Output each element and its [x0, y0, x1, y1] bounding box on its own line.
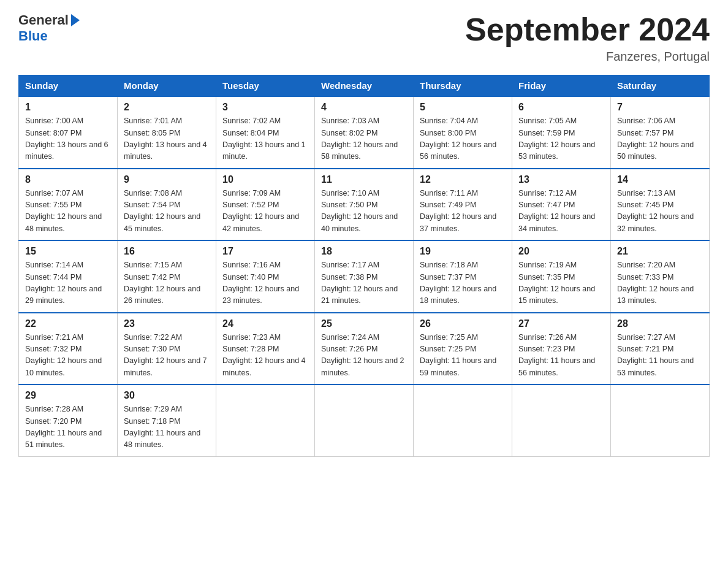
table-row: 4 Sunrise: 7:03 AMSunset: 8:02 PMDayligh…	[315, 96, 414, 169]
day-info: Sunrise: 7:05 AMSunset: 7:59 PMDaylight:…	[518, 117, 595, 161]
day-number: 18	[321, 246, 407, 257]
table-row: 6 Sunrise: 7:05 AMSunset: 7:59 PMDayligh…	[512, 96, 611, 169]
day-info: Sunrise: 7:28 AMSunset: 7:20 PMDaylight:…	[25, 405, 102, 449]
logo-blue-text: Blue	[18, 28, 48, 44]
day-number: 24	[222, 318, 308, 329]
day-info: Sunrise: 7:22 AMSunset: 7:30 PMDaylight:…	[124, 333, 207, 377]
table-row: 1 Sunrise: 7:00 AMSunset: 8:07 PMDayligh…	[19, 96, 118, 169]
table-row: 22 Sunrise: 7:21 AMSunset: 7:32 PMDaylig…	[19, 313, 118, 385]
table-row: 29 Sunrise: 7:28 AMSunset: 7:20 PMDaylig…	[19, 385, 118, 456]
table-row	[216, 385, 315, 456]
day-info: Sunrise: 7:10 AMSunset: 7:50 PMDaylight:…	[321, 189, 398, 233]
table-row	[611, 385, 710, 456]
day-number: 6	[518, 102, 604, 113]
table-row: 26 Sunrise: 7:25 AMSunset: 7:25 PMDaylig…	[414, 313, 512, 385]
table-row: 14 Sunrise: 7:13 AMSunset: 7:45 PMDaylig…	[611, 169, 710, 241]
day-info: Sunrise: 7:13 AMSunset: 7:45 PMDaylight:…	[617, 189, 694, 233]
day-number: 14	[617, 174, 703, 185]
day-number: 11	[321, 174, 407, 185]
table-row: 2 Sunrise: 7:01 AMSunset: 8:05 PMDayligh…	[118, 96, 216, 169]
logo-general-text: General	[18, 12, 69, 28]
col-sunday: Sunday	[19, 75, 118, 97]
day-number: 3	[222, 102, 308, 113]
title-block: September 2024 Fanzeres, Portugal	[465, 12, 710, 64]
day-number: 12	[420, 174, 506, 185]
logo-top: General	[18, 12, 81, 28]
day-number: 28	[617, 318, 703, 329]
day-info: Sunrise: 7:14 AMSunset: 7:44 PMDaylight:…	[25, 261, 102, 305]
table-row: 18 Sunrise: 7:17 AMSunset: 7:38 PMDaylig…	[315, 240, 414, 313]
day-info: Sunrise: 7:01 AMSunset: 8:05 PMDaylight:…	[124, 117, 207, 161]
calendar-week-row: 15 Sunrise: 7:14 AMSunset: 7:44 PMDaylig…	[19, 240, 710, 313]
col-saturday: Saturday	[611, 75, 710, 97]
table-row: 12 Sunrise: 7:11 AMSunset: 7:49 PMDaylig…	[414, 169, 512, 241]
day-info: Sunrise: 7:00 AMSunset: 8:07 PMDaylight:…	[25, 117, 108, 161]
calendar-header-row: Sunday Monday Tuesday Wednesday Thursday…	[19, 75, 710, 97]
day-info: Sunrise: 7:11 AMSunset: 7:49 PMDaylight:…	[420, 189, 496, 233]
col-monday: Monday	[118, 75, 216, 97]
col-tuesday: Tuesday	[216, 75, 315, 97]
table-row: 30 Sunrise: 7:29 AMSunset: 7:18 PMDaylig…	[118, 385, 216, 456]
calendar-week-row: 8 Sunrise: 7:07 AMSunset: 7:55 PMDayligh…	[19, 169, 710, 241]
day-number: 19	[420, 246, 506, 257]
table-row: 21 Sunrise: 7:20 AMSunset: 7:33 PMDaylig…	[611, 240, 710, 313]
day-number: 9	[124, 174, 210, 185]
day-info: Sunrise: 7:09 AMSunset: 7:52 PMDaylight:…	[222, 189, 299, 233]
day-info: Sunrise: 7:03 AMSunset: 8:02 PMDaylight:…	[321, 117, 398, 161]
day-info: Sunrise: 7:27 AMSunset: 7:21 PMDaylight:…	[617, 333, 694, 377]
day-info: Sunrise: 7:23 AMSunset: 7:28 PMDaylight:…	[222, 333, 306, 377]
table-row: 7 Sunrise: 7:06 AMSunset: 7:57 PMDayligh…	[611, 96, 710, 169]
logo: General Blue	[18, 12, 81, 44]
calendar-week-row: 29 Sunrise: 7:28 AMSunset: 7:20 PMDaylig…	[19, 385, 710, 456]
table-row: 20 Sunrise: 7:19 AMSunset: 7:35 PMDaylig…	[512, 240, 611, 313]
day-number: 21	[617, 246, 703, 257]
day-info: Sunrise: 7:02 AMSunset: 8:04 PMDaylight:…	[222, 117, 306, 161]
day-info: Sunrise: 7:06 AMSunset: 7:57 PMDaylight:…	[617, 117, 694, 161]
day-info: Sunrise: 7:08 AMSunset: 7:54 PMDaylight:…	[124, 189, 200, 233]
day-number: 1	[25, 102, 111, 113]
day-number: 16	[124, 246, 210, 257]
day-number: 2	[124, 102, 210, 113]
day-info: Sunrise: 7:18 AMSunset: 7:37 PMDaylight:…	[420, 261, 496, 305]
table-row: 10 Sunrise: 7:09 AMSunset: 7:52 PMDaylig…	[216, 169, 315, 241]
location-subtitle: Fanzeres, Portugal	[465, 50, 710, 64]
table-row	[414, 385, 512, 456]
table-row: 5 Sunrise: 7:04 AMSunset: 8:00 PMDayligh…	[414, 96, 512, 169]
day-number: 20	[518, 246, 604, 257]
table-row: 13 Sunrise: 7:12 AMSunset: 7:47 PMDaylig…	[512, 169, 611, 241]
table-row: 27 Sunrise: 7:26 AMSunset: 7:23 PMDaylig…	[512, 313, 611, 385]
day-info: Sunrise: 7:24 AMSunset: 7:26 PMDaylight:…	[321, 333, 404, 377]
day-info: Sunrise: 7:19 AMSunset: 7:35 PMDaylight:…	[518, 261, 595, 305]
day-number: 29	[25, 390, 111, 401]
day-info: Sunrise: 7:04 AMSunset: 8:00 PMDaylight:…	[420, 117, 496, 161]
day-info: Sunrise: 7:12 AMSunset: 7:47 PMDaylight:…	[518, 189, 595, 233]
day-info: Sunrise: 7:20 AMSunset: 7:33 PMDaylight:…	[617, 261, 694, 305]
day-number: 7	[617, 102, 703, 113]
day-info: Sunrise: 7:26 AMSunset: 7:23 PMDaylight:…	[518, 333, 595, 377]
day-number: 30	[124, 390, 210, 401]
day-number: 15	[25, 246, 111, 257]
day-number: 4	[321, 102, 407, 113]
logo-arrow-icon	[71, 14, 80, 26]
table-row: 8 Sunrise: 7:07 AMSunset: 7:55 PMDayligh…	[19, 169, 118, 241]
table-row: 25 Sunrise: 7:24 AMSunset: 7:26 PMDaylig…	[315, 313, 414, 385]
day-number: 23	[124, 318, 210, 329]
day-number: 5	[420, 102, 506, 113]
day-number: 17	[222, 246, 308, 257]
table-row: 11 Sunrise: 7:10 AMSunset: 7:50 PMDaylig…	[315, 169, 414, 241]
day-number: 27	[518, 318, 604, 329]
day-info: Sunrise: 7:21 AMSunset: 7:32 PMDaylight:…	[25, 333, 102, 377]
table-row: 3 Sunrise: 7:02 AMSunset: 8:04 PMDayligh…	[216, 96, 315, 169]
table-row: 15 Sunrise: 7:14 AMSunset: 7:44 PMDaylig…	[19, 240, 118, 313]
col-wednesday: Wednesday	[315, 75, 414, 97]
day-number: 8	[25, 174, 111, 185]
col-friday: Friday	[512, 75, 611, 97]
day-info: Sunrise: 7:25 AMSunset: 7:25 PMDaylight:…	[420, 333, 496, 377]
calendar-week-row: 1 Sunrise: 7:00 AMSunset: 8:07 PMDayligh…	[19, 96, 710, 169]
day-info: Sunrise: 7:16 AMSunset: 7:40 PMDaylight:…	[222, 261, 299, 305]
table-row: 17 Sunrise: 7:16 AMSunset: 7:40 PMDaylig…	[216, 240, 315, 313]
day-info: Sunrise: 7:07 AMSunset: 7:55 PMDaylight:…	[25, 189, 102, 233]
table-row: 16 Sunrise: 7:15 AMSunset: 7:42 PMDaylig…	[118, 240, 216, 313]
table-row: 28 Sunrise: 7:27 AMSunset: 7:21 PMDaylig…	[611, 313, 710, 385]
calendar-week-row: 22 Sunrise: 7:21 AMSunset: 7:32 PMDaylig…	[19, 313, 710, 385]
